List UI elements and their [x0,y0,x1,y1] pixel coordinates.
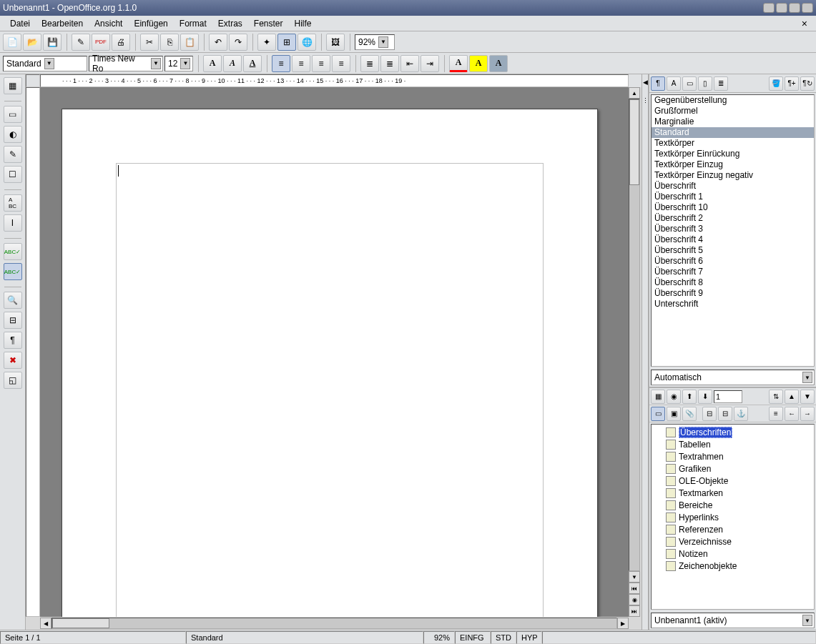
scroll-left-button[interactable]: ◀ [40,618,51,629]
highlight-button[interactable]: A [469,55,488,72]
underline-button[interactable]: A [243,55,262,72]
stylist-item[interactable]: Überschrift 6 [652,256,814,267]
decrease-indent-button[interactable]: ⇤ [400,55,419,72]
next-page-button[interactable]: ⏭ [629,605,640,617]
navigator-item[interactable]: Notizen [653,548,812,560]
ruler-corner[interactable] [26,74,40,87]
paragraph-style-combo[interactable]: Standard▼ [3,56,87,71]
paste-button[interactable]: 📋 [180,34,199,51]
close-document-button[interactable]: × [797,18,812,29]
navigator-button[interactable]: ✦ [257,34,276,51]
font-size-combo[interactable]: 12▼ [164,56,193,71]
page-styles-button[interactable]: ▯ [698,76,712,91]
new-style-button[interactable]: ¶+ [785,76,799,91]
menu-format[interactable]: Format [174,17,212,30]
gallery-button[interactable]: 🖼 [326,34,345,51]
nav-chapter-up-button[interactable]: ▲ [785,390,799,404]
nonprinting-button[interactable]: ¶ [4,332,22,349]
hscroll-thumb[interactable] [52,618,109,628]
stylist-item[interactable]: Überschrift 8 [652,277,814,288]
vscroll-thumb[interactable] [629,99,639,185]
nav-heading-levels-button[interactable]: ≡ [769,407,783,421]
vertical-ruler[interactable] [26,87,40,617]
italic-button[interactable]: A [223,55,242,72]
status-selection-mode[interactable]: STD [491,631,516,644]
stylist-item[interactable]: Textkörper [652,138,814,149]
nav-reminder-button[interactable]: 📎 [682,407,697,421]
menu-insert[interactable]: Einfügen [128,17,173,30]
nav-prev-button[interactable]: ⬆ [682,390,697,404]
insert-table-button[interactable]: ▦ [4,77,22,94]
menu-edit[interactable]: Bearbeiten [36,17,89,30]
stylist-item[interactable]: Überschrift 1 [652,192,814,202]
fill-format-button[interactable]: 🪣 [769,76,783,91]
status-style[interactable]: Standard [186,631,423,644]
align-justify-button[interactable]: ≡ [332,55,350,72]
stylist-button[interactable]: ⊞ [277,34,296,51]
numbered-list-button[interactable]: ≣ [360,55,379,72]
stylist-item[interactable]: Marginalie [652,117,814,127]
nav-promote-button[interactable]: ← [785,407,799,421]
navigator-tree[interactable]: ÜberschriftenTabellenTextrahmenGrafikenO… [651,424,815,610]
list-styles-button[interactable]: ≣ [714,76,728,91]
navigator-item[interactable]: Überschriften [653,426,812,438]
export-pdf-button[interactable]: PDF [92,34,110,51]
frame-styles-button[interactable]: ▭ [682,76,697,91]
show-draw-button[interactable]: ✎ [4,146,22,163]
navigator-item[interactable]: Hyperlinks [653,511,812,523]
align-left-button[interactable]: ≡ [272,55,290,72]
font-name-combo[interactable]: Times New Ro▼ [89,56,163,71]
nav-anchor-button[interactable]: ⚓ [734,407,748,421]
edit-doc-button[interactable]: ✎ [72,34,90,51]
scroll-up-button[interactable]: ▲ [629,87,640,99]
nav-global-button[interactable]: ◉ [667,390,681,404]
stylist-item[interactable]: Überschrift 4 [652,234,814,245]
nav-demote-button[interactable]: → [800,407,815,421]
pane-splitter[interactable]: ◀ ⋮ [642,74,649,630]
form-button[interactable]: ☐ [4,166,22,183]
align-right-button[interactable]: ≡ [312,55,330,72]
navigator-item[interactable]: Zeichenobjekte [653,560,812,572]
stylist-item[interactable]: Überschrift 3 [652,224,814,234]
nav-toggle-button2[interactable]: ▦ [651,390,665,404]
open-button[interactable]: 📂 [23,34,41,51]
cursor-button[interactable]: I [4,214,22,232]
nav-footer-button[interactable]: ⊟ [718,407,732,421]
menu-help[interactable]: Hilfe [289,17,318,30]
stylist-item[interactable]: Überschrift 10 [652,202,814,213]
nav-next-button[interactable]: ⬇ [698,390,712,404]
save-button[interactable]: 💾 [43,34,62,51]
maximize-button[interactable] [776,3,787,13]
redo-button[interactable]: ↷ [229,34,247,51]
auto-spellcheck-button[interactable]: ABC✓ [4,263,22,280]
horizontal-ruler[interactable]: · · · 1 · · · 2 · · · 3 · · · 4 · · · 5 … [40,74,629,87]
stylist-item[interactable]: Überschrift 9 [652,288,814,299]
nav-dragmode-button[interactable]: ⇅ [769,390,783,404]
navigator-item[interactable]: Grafiken [653,462,812,475]
stylist-filter-combo[interactable]: Automatisch▼ [651,370,815,385]
nav-listbox-button[interactable]: ▭ [651,407,665,421]
nav-toggle-button[interactable]: ◉ [629,594,640,605]
menu-file[interactable]: Datei [4,17,36,30]
minimize-button[interactable] [763,3,775,13]
nav-header-button[interactable]: ⊟ [702,407,717,421]
font-color-button[interactable]: A [449,55,468,72]
stylist-list[interactable]: GegenüberstellungGrußformelMarginalieSta… [651,94,815,367]
status-zoom[interactable]: 92% [423,631,455,644]
hyperlink-button[interactable]: 🌐 [298,34,316,51]
cut-button[interactable]: ✂ [140,34,159,51]
menu-window[interactable]: Fenster [248,17,289,30]
graphics-onoff-button[interactable]: ✖ [4,352,22,369]
data-sources-button[interactable]: ⊟ [4,312,22,329]
bold-button[interactable]: A [203,55,222,72]
scroll-right-button[interactable]: ▶ [617,618,629,629]
stylist-item[interactable]: Überschrift 5 [652,245,814,256]
new-button[interactable]: 📄 [3,34,21,51]
spellcheck-button[interactable]: ABC✓ [4,243,22,260]
document-canvas[interactable] [40,87,629,617]
prev-page-button[interactable]: ⏮ [629,583,640,594]
navigator-item[interactable]: Textmarken [653,487,812,499]
stylist-item[interactable]: Grußformel [652,106,814,117]
increase-indent-button[interactable]: ⇥ [421,55,439,72]
nav-content-button[interactable]: ▣ [667,407,681,421]
